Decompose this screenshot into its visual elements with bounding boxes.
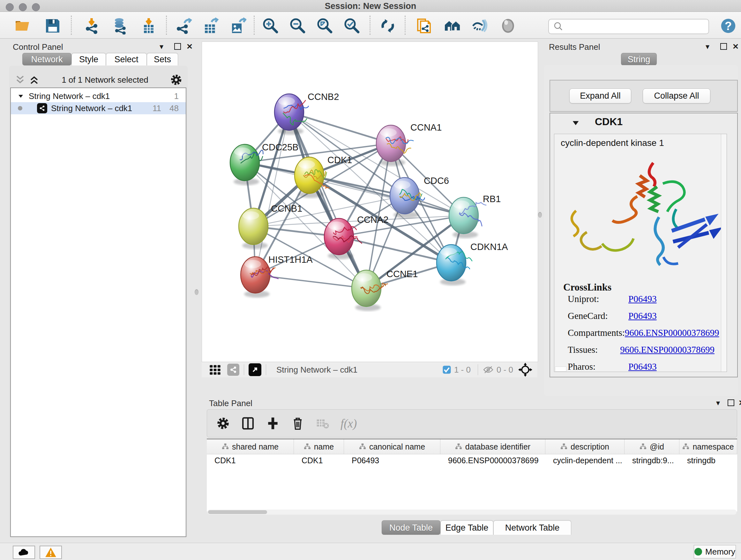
crosslink-link[interactable]: 9606.ENSP00000378699: [620, 345, 715, 355]
table-cell[interactable]: cyclin-dependent ...: [545, 454, 624, 467]
help-button[interactable]: ?: [719, 17, 738, 35]
tab-select[interactable]: Select: [106, 53, 147, 65]
open-session-button[interactable]: [13, 17, 32, 35]
hidden-eye-icon[interactable]: [482, 365, 494, 374]
column-header-name[interactable]: name: [294, 439, 344, 454]
zoom-in-icon: [262, 17, 279, 35]
cloud-status-button[interactable]: [13, 546, 35, 559]
network-row-selected[interactable]: String Network – cdk1 11 48: [11, 102, 186, 114]
results-hscrollbar-stub[interactable]: [555, 367, 566, 372]
network-node-RB1[interactable]: RB1: [449, 194, 501, 238]
grid-view-icon[interactable]: [209, 363, 221, 376]
export-table-button[interactable]: [201, 17, 220, 35]
zoom-selected-button[interactable]: [342, 17, 361, 35]
pan-move-icon[interactable]: [518, 363, 532, 377]
results-panel-close-button[interactable]: ✕: [732, 42, 739, 51]
collapse-section-icon[interactable]: [571, 119, 580, 127]
control-panel-float-button[interactable]: [174, 43, 181, 52]
table-row[interactable]: CDK1CDK1P064939606.ENSP00000378699cyclin…: [207, 454, 737, 467]
table-hscrollbar-thumb[interactable]: [208, 510, 267, 514]
control-panel-close-button[interactable]: ✕: [186, 42, 193, 51]
tab-string-results[interactable]: String: [621, 53, 657, 65]
tab-style[interactable]: Style: [71, 53, 106, 65]
home-button[interactable]: [443, 17, 462, 35]
import-network-from-database-button[interactable]: [111, 17, 130, 35]
function-builder-button: f(x): [340, 417, 357, 430]
share-session-button[interactable]: [415, 17, 434, 35]
results-panel-menu-button[interactable]: ▾: [705, 42, 710, 51]
tab-network[interactable]: Network: [22, 53, 71, 65]
table-cell[interactable]: CDK1: [207, 454, 294, 467]
table-panel-float-button[interactable]: [728, 399, 734, 408]
collapse-all-button[interactable]: Collapse All: [643, 88, 711, 104]
results-scrollbar-track[interactable]: [721, 134, 726, 372]
column-type-icon: [359, 443, 366, 450]
table-settings-gear-icon[interactable]: [216, 416, 230, 430]
search-input[interactable]: [566, 22, 709, 31]
tab-node-table[interactable]: Node Table: [382, 520, 441, 535]
tab-edge-table[interactable]: Edge Table: [441, 520, 493, 535]
add-column-icon[interactable]: [266, 416, 280, 430]
string-view-icon[interactable]: [227, 364, 239, 376]
results-buttons-strip: Expand All Collapse All: [549, 80, 738, 112]
application-window: Session: New Session: [0, 0, 741, 560]
table-panel-title: Table Panel: [209, 398, 253, 408]
table-cell[interactable]: CDK1: [294, 454, 344, 467]
table-hscrollbar-track[interactable]: [207, 509, 737, 515]
column-header--id[interactable]: @id: [624, 439, 679, 454]
left-splitter-handle[interactable]: [195, 289, 199, 295]
crosslink-link[interactable]: P06493: [628, 361, 657, 372]
network-collection-row[interactable]: String Network – cdk1 1: [11, 90, 186, 102]
hide-details-button[interactable]: [470, 17, 489, 35]
network-node-HIST1H1A[interactable]: HIST1H1A: [241, 254, 313, 298]
refresh-button[interactable]: [378, 17, 397, 35]
selected-checkbox-icon[interactable]: [442, 365, 452, 374]
results-panel-float-button[interactable]: [720, 43, 727, 52]
network-canvas[interactable]: CCNB2CCNA1CDC25BCDK1CDC6RB1CCNB1CCNA2CDK…: [202, 42, 538, 362]
column-header-description[interactable]: description: [545, 439, 624, 454]
tree-expander-icon[interactable]: [16, 92, 25, 100]
import-network-from-file-button[interactable]: [83, 17, 102, 35]
import-table-from-file-button[interactable]: [139, 17, 158, 35]
table-cell[interactable]: 9606.ENSP00000378699: [441, 454, 545, 467]
control-panel: Control Panel ▾ ✕ Network Style Select S…: [4, 39, 192, 540]
control-panel-menu-button[interactable]: ▾: [159, 42, 163, 51]
table-cell[interactable]: stringdb:9...: [624, 454, 679, 467]
tab-sets[interactable]: Sets: [147, 53, 178, 65]
network-edge-HIST1H1A-CCNE1[interactable]: [255, 275, 366, 288]
table-panel-close-button[interactable]: ✕: [738, 398, 741, 408]
expand-all-icon[interactable]: [28, 74, 40, 85]
crosslink-link[interactable]: P06493: [628, 311, 657, 321]
table-panel-menu-button[interactable]: ▾: [716, 398, 720, 408]
network-edge-CCNB2-CCNA1[interactable]: [289, 112, 391, 143]
delete-column-icon[interactable]: [291, 416, 305, 430]
network-edge-CCNA2-CDKN1A[interactable]: [339, 237, 451, 263]
zoom-in-button[interactable]: [261, 17, 280, 35]
column-header-database-identifier[interactable]: database identifier: [441, 439, 545, 454]
export-network-button[interactable]: [174, 17, 193, 35]
zoom-fit-button[interactable]: [315, 17, 334, 35]
show-preview-button[interactable]: [498, 17, 518, 35]
memory-button[interactable]: Memory: [694, 545, 736, 558]
crosslink-link[interactable]: 9606.ENSP00000378699: [625, 327, 719, 338]
crosslink-link[interactable]: P06493: [628, 294, 657, 304]
column-header-canonical-name[interactable]: canonical name: [344, 439, 441, 454]
network-node-CDC25B[interactable]: CDC25B: [230, 142, 298, 185]
table-cell[interactable]: stringdb: [679, 454, 737, 467]
network-node-CCNA1[interactable]: CCNA1: [376, 122, 442, 166]
open-in-window-button[interactable]: [249, 363, 261, 376]
save-session-button[interactable]: [43, 17, 62, 35]
table-cell[interactable]: P06493: [344, 454, 441, 467]
warnings-button[interactable]: [40, 546, 62, 559]
column-header-shared-name[interactable]: shared name: [207, 439, 294, 454]
tab-network-table[interactable]: Network Table: [493, 520, 571, 535]
column-header-namespace[interactable]: namespace: [679, 439, 737, 454]
show-columns-icon[interactable]: [241, 416, 255, 430]
expand-all-button[interactable]: Expand All: [569, 88, 631, 104]
gear-icon[interactable]: [170, 73, 183, 86]
export-image-button[interactable]: [228, 17, 247, 35]
network-node-CDKN1A[interactable]: CDKN1A: [436, 242, 508, 286]
zoom-out-button[interactable]: [288, 17, 307, 35]
network-node-CDC6[interactable]: CDC6: [390, 176, 449, 219]
collapse-all-icon[interactable]: [14, 74, 26, 85]
